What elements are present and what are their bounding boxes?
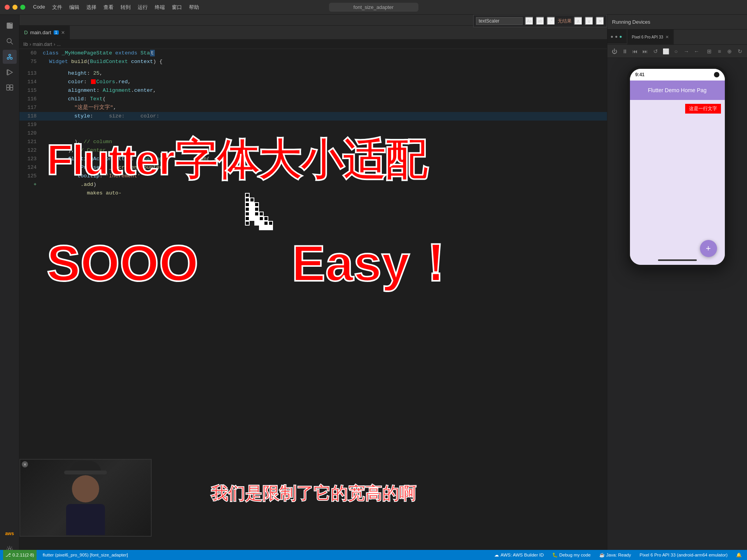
java-icon: ☕ (599, 552, 605, 558)
phone-red-text: 这是一行文字 (689, 106, 717, 111)
devices-toolbar: ⏻ ⏸ ⏮ ⏭ ↺ ⬜ ○ → ← ⊞ ≡ ⊕ ↻ (607, 45, 747, 58)
svg-rect-12 (10, 88, 13, 90)
menu-window[interactable]: 窗口 (172, 4, 182, 11)
menu-view[interactable]: 查看 (103, 4, 114, 11)
find-close-btn[interactable]: ✕ (596, 17, 604, 25)
svg-rect-40 (268, 221, 273, 226)
menu-edit[interactable]: 编辑 (69, 4, 79, 11)
device-circle-btn[interactable]: ○ (672, 47, 680, 56)
minimize-button[interactable] (12, 5, 17, 10)
svg-rect-26 (250, 212, 254, 216)
breadcrumb-maindart[interactable]: main.dart (33, 42, 52, 47)
running-devices-panel: Running Devices ● ● ● Pixel 6 Pro API 33… (607, 15, 747, 560)
find-input[interactable] (476, 17, 523, 25)
tab-close-icon[interactable]: ✕ (61, 30, 65, 35)
webcam-close-btn[interactable]: ✕ (22, 461, 28, 467)
svg-line-2 (11, 42, 13, 44)
pixel-tab-label: Pixel 6 Pro API 33 (632, 35, 663, 39)
menu-select[interactable]: 选择 (86, 4, 96, 11)
maximize-button[interactable] (20, 5, 25, 10)
find-case-btn[interactable]: Aa (525, 17, 534, 25)
menu-code[interactable]: Code (33, 4, 45, 11)
code-line-122: 122 ), // Center (19, 146, 607, 155)
find-word-btn[interactable]: ab (536, 17, 544, 25)
svg-rect-14 (10, 85, 13, 88)
device-arrow-right-btn[interactable]: → (682, 47, 690, 56)
menu-goto[interactable]: 转到 (121, 4, 131, 11)
phone-fab[interactable]: + (700, 240, 717, 257)
phone-status-bar: 9:41 ⚙ (630, 69, 725, 80)
svg-rect-47 (246, 217, 249, 220)
svg-rect-45 (246, 208, 249, 211)
status-device[interactable]: Pixel 6 Pro API 33 (android-arm64 emulat… (637, 550, 730, 560)
code-line-125: 125 *tooltip: 'Increment' (19, 172, 607, 180)
editor-tab-main-dart[interactable]: D main.dart 1 ✕ (19, 26, 70, 39)
device-skip-btn[interactable]: ⏭ (641, 47, 649, 56)
code-line-last: makes auto- (19, 189, 607, 198)
status-bell[interactable]: 🔔 (734, 550, 744, 560)
code-line-113: 113 height: 25, (19, 69, 607, 78)
svg-rect-28 (254, 202, 259, 207)
device-pause-btn[interactable]: ⏸ (621, 47, 628, 56)
svg-rect-31 (254, 216, 259, 221)
phone-camera (714, 72, 719, 77)
menu-help[interactable]: 帮助 (189, 4, 199, 11)
device-power-btn[interactable]: ⏻ (611, 47, 618, 56)
device-refresh-btn[interactable]: ↻ (736, 47, 744, 56)
menu-run[interactable]: 运行 (138, 4, 148, 11)
sidebar-icon-source-control[interactable] (3, 50, 17, 64)
device-arrow-left-btn[interactable]: ← (693, 47, 700, 56)
svg-point-5 (10, 58, 12, 60)
device-search-btn[interactable]: ⊕ (726, 47, 733, 56)
code-line-117: 117 "这是一行文字", (19, 103, 607, 112)
device-status-text: Pixel 6 Pro API 33 (android-arm64 emulat… (640, 553, 728, 557)
svg-rect-24 (250, 202, 254, 207)
breadcrumb: lib › main.dart › ... (19, 40, 607, 49)
aws-text: AWS: AWS Builder ID (500, 553, 544, 557)
status-flutter[interactable]: flutter (pixel6_pro_905) [font_size_adap… (40, 550, 130, 560)
code-line-plus: + .add) (19, 180, 607, 189)
phone-screen: Flutter Demo Home Pag 这是一行文字 + (630, 80, 725, 265)
svg-rect-43 (246, 198, 249, 201)
phone-time: 9:41 (635, 72, 645, 77)
sidebar-icon-aws[interactable]: aws (3, 527, 17, 541)
status-debug[interactable]: 🐛 Debug my code (550, 550, 593, 560)
status-git-branch[interactable]: ⎇ 0.2.11(2·8) (3, 550, 37, 560)
global-search[interactable]: font_size_adapter (329, 3, 418, 12)
code-line-60: 60 class _MyHomePageState extends Stat (19, 49, 607, 58)
device-list-btn[interactable]: ≡ (716, 47, 723, 56)
find-next-btn[interactable]: ∨ (585, 17, 593, 25)
device-rewind-btn[interactable]: ⏮ (631, 47, 639, 56)
svg-rect-11 (7, 88, 9, 90)
pixel6-device-tab[interactable]: Pixel 6 Pro API 33 ✕ (627, 30, 674, 44)
sidebar: aws (0, 15, 19, 560)
breadcrumb-more[interactable]: ... (57, 42, 61, 47)
sidebar-icon-search[interactable] (3, 34, 17, 48)
aws-icon: ☁ (494, 552, 499, 558)
close-button[interactable] (5, 5, 10, 10)
find-regex-btn[interactable]: .* (547, 17, 555, 25)
status-java[interactable]: ☕ Java: Ready (597, 550, 633, 560)
status-aws[interactable]: ☁ AWS: AWS Builder ID (492, 550, 546, 560)
svg-rect-17 (245, 198, 250, 202)
sidebar-icon-files[interactable] (3, 19, 17, 33)
svg-rect-29 (254, 207, 259, 212)
svg-rect-52 (255, 212, 258, 215)
device-square-btn[interactable]: ⬜ (662, 47, 670, 56)
device-rotate-btn[interactable]: ↺ (652, 47, 660, 56)
menu-terminal[interactable]: 终端 (155, 4, 165, 11)
sidebar-icon-run[interactable] (3, 65, 17, 79)
device-tab-close[interactable]: ✕ (665, 35, 669, 40)
sidebar-icon-extensions[interactable] (3, 81, 17, 95)
device-grid-btn[interactable]: ⊞ (705, 47, 713, 56)
find-prev-btn[interactable]: ∧ (574, 17, 583, 25)
svg-rect-18 (245, 202, 250, 207)
main-container: aws ▶ ⏸ ⚡ ↺ ■ ⋯ D main.dart 1 ✕ (0, 15, 747, 560)
svg-line-7 (9, 57, 9, 58)
breadcrumb-lib[interactable]: lib (23, 42, 28, 47)
svg-rect-41 (268, 226, 273, 230)
menu-file[interactable]: 文件 (52, 4, 62, 11)
overlay-bottom-text: 我们是限制了它的宽高的啊 (211, 489, 416, 498)
svg-rect-37 (264, 216, 268, 221)
breadcrumb-sep2: › (54, 42, 55, 47)
